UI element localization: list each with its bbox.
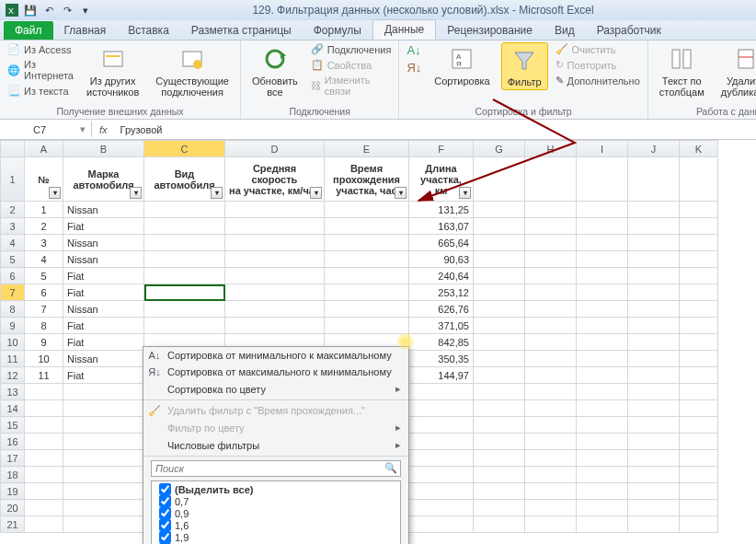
cell[interactable]: 9 xyxy=(25,334,63,351)
col-I[interactable]: I xyxy=(577,141,628,157)
cell[interactable]: Fiat xyxy=(63,367,144,384)
menu-sort-color[interactable]: Сортировка по цвету▸ xyxy=(143,380,408,398)
redo-icon[interactable]: ↷ xyxy=(59,2,75,18)
save-icon[interactable]: 💾 xyxy=(22,2,39,18)
tab-view[interactable]: Вид xyxy=(544,21,586,40)
advanced-filter-button[interactable]: ✎Дополнительно xyxy=(554,74,642,87)
row-18-hdr[interactable]: 18 xyxy=(1,467,25,483)
cell[interactable] xyxy=(325,268,409,284)
cell[interactable] xyxy=(144,301,225,318)
row-4-hdr[interactable]: 4 xyxy=(1,235,25,251)
header-A[interactable]: №▾ xyxy=(25,157,63,202)
cell[interactable] xyxy=(144,251,225,268)
cell[interactable]: 253,12 xyxy=(409,284,474,301)
tab-review[interactable]: Рецензирование xyxy=(436,21,544,40)
cell[interactable] xyxy=(225,251,325,268)
cell[interactable] xyxy=(325,202,409,218)
cell[interactable] xyxy=(325,318,409,334)
undo-icon[interactable]: ↶ xyxy=(40,2,57,18)
remove-duplicates-button[interactable]: Удалить дубликаты xyxy=(716,42,756,99)
from-text-button[interactable]: 📃Из текста xyxy=(6,84,75,98)
row-12-hdr[interactable]: 12 xyxy=(1,367,25,384)
cell[interactable]: 3 xyxy=(25,235,63,251)
cell[interactable]: 90,63 xyxy=(409,251,474,268)
cell[interactable]: Fiat xyxy=(63,218,144,235)
col-B[interactable]: B xyxy=(63,141,144,157)
tab-data[interactable]: Данные xyxy=(372,19,436,40)
row-3-hdr[interactable]: 3 xyxy=(1,218,25,235)
row-10-hdr[interactable]: 10 xyxy=(1,334,25,351)
filter-btn-E[interactable]: ▾ xyxy=(395,187,407,199)
cell[interactable] xyxy=(225,218,325,235)
header-E[interactable]: Время прохождения участка, час▾ xyxy=(325,157,409,202)
cell[interactable]: 240,64 xyxy=(409,268,474,284)
cell[interactable]: 5 xyxy=(25,268,63,284)
cell[interactable]: Fiat xyxy=(63,318,144,334)
col-F[interactable]: F xyxy=(409,141,474,157)
row-1-hdr[interactable]: 1 xyxy=(1,157,25,202)
cell[interactable]: 7 xyxy=(25,301,63,318)
filter-values-list[interactable]: (Выделить все) 0,70,91,61,92,32,83,53,64… xyxy=(151,480,401,544)
cell[interactable]: Nissan xyxy=(63,301,144,318)
cell[interactable] xyxy=(144,268,225,284)
row-8-hdr[interactable]: 8 xyxy=(1,301,25,318)
filter-btn-D[interactable]: ▾ xyxy=(310,187,322,199)
row-7-hdr[interactable]: 7 xyxy=(1,284,25,301)
fx-icon[interactable]: fx xyxy=(92,124,115,135)
filter-value-item[interactable]: 1,6 xyxy=(154,519,398,531)
row-20-hdr[interactable]: 20 xyxy=(1,500,25,516)
menu-sort-asc[interactable]: A↓Сортировка от минимального к максималь… xyxy=(143,347,408,364)
col-C[interactable]: C xyxy=(144,141,225,157)
filter-value-select-all[interactable]: (Выделить все) xyxy=(154,483,398,495)
cell[interactable]: 350,35 xyxy=(409,351,474,367)
col-G[interactable]: G xyxy=(474,141,525,157)
col-J[interactable]: J xyxy=(628,141,680,157)
tab-file[interactable]: Файл xyxy=(4,21,53,40)
row-11-hdr[interactable]: 11 xyxy=(1,351,25,367)
menu-number-filters[interactable]: Числовые фильтры▸ xyxy=(143,436,408,454)
name-box[interactable]: C7▾ xyxy=(28,122,92,137)
row-16-hdr[interactable]: 16 xyxy=(1,434,25,450)
cell[interactable]: 665,64 xyxy=(409,235,474,251)
cell[interactable] xyxy=(325,235,409,251)
cell[interactable] xyxy=(325,284,409,301)
cell[interactable]: 4 xyxy=(25,251,63,268)
cell[interactable] xyxy=(225,268,325,284)
filter-btn-F[interactable]: ▾ xyxy=(459,187,471,199)
tab-formulas[interactable]: Формулы xyxy=(303,21,372,40)
cell[interactable]: 842,85 xyxy=(409,334,474,351)
namebox-dropdown-icon[interactable]: ▾ xyxy=(80,123,86,135)
cell[interactable]: Fiat xyxy=(63,268,144,284)
formula-input[interactable]: Грузовой xyxy=(115,122,756,137)
menu-sort-desc[interactable]: Я↓Сортировка от максимального к минималь… xyxy=(143,364,408,380)
cell[interactable]: Nissan xyxy=(63,202,144,218)
sort-button[interactable]: AЯ Сортировка xyxy=(429,42,495,88)
cell[interactable]: Fiat xyxy=(63,334,144,351)
cell[interactable]: 11 xyxy=(25,367,63,384)
cell[interactable] xyxy=(225,202,325,218)
tab-developer[interactable]: Разработчик xyxy=(586,21,672,40)
tab-page-layout[interactable]: Разметка страницы xyxy=(180,21,303,40)
cell[interactable] xyxy=(144,202,225,218)
filter-search[interactable]: 🔍 xyxy=(151,460,401,477)
sort-desc-icon[interactable]: Я↓ xyxy=(405,60,423,75)
cell[interactable]: 163,07 xyxy=(409,218,474,235)
header-F[interactable]: Длина участка, км▾ xyxy=(409,157,474,202)
cell[interactable]: 1 xyxy=(25,202,63,218)
cell[interactable] xyxy=(225,235,325,251)
row-2-hdr[interactable]: 2 xyxy=(1,202,25,218)
select-all-corner[interactable] xyxy=(1,141,25,157)
col-K[interactable]: K xyxy=(680,141,718,157)
cell[interactable] xyxy=(325,218,409,235)
cell[interactable] xyxy=(144,284,225,301)
header-D[interactable]: Средняя скорость на участке, км/час▾ xyxy=(225,157,325,202)
cell[interactable]: 371,05 xyxy=(409,318,474,334)
row-5-hdr[interactable]: 5 xyxy=(1,251,25,268)
qat-customize-icon[interactable]: ▾ xyxy=(77,2,94,18)
existing-connections-button[interactable]: Существующие подключения xyxy=(150,42,235,99)
cell[interactable]: 144,97 xyxy=(409,367,474,384)
filter-btn-B[interactable]: ▾ xyxy=(130,187,142,199)
cell[interactable]: 8 xyxy=(25,318,63,334)
col-E[interactable]: E xyxy=(325,141,409,157)
row-6-hdr[interactable]: 6 xyxy=(1,268,25,284)
